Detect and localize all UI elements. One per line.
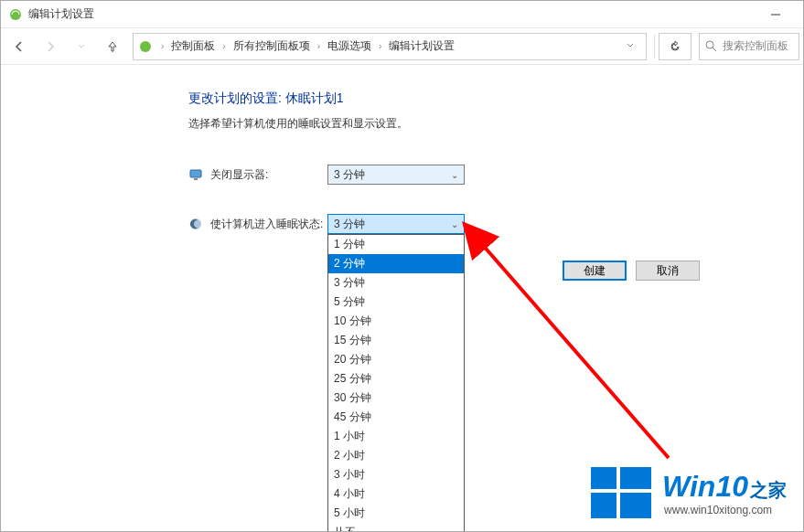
dropdown-option[interactable]: 15 分钟 <box>328 331 464 350</box>
svg-point-3 <box>706 41 713 48</box>
navbar: › 控制面板 › 所有控制面板项 › 电源选项 › 编辑计划设置 搜索控制面板 <box>1 28 803 65</box>
dropdown-option[interactable]: 从不 <box>328 523 464 532</box>
titlebar: 编辑计划设置 <box>1 1 803 28</box>
moon-icon <box>188 217 203 231</box>
dropdown-option[interactable]: 30 分钟 <box>328 388 464 408</box>
recent-dropdown-icon[interactable] <box>67 32 96 61</box>
dropdown-option[interactable]: 5 分钟 <box>328 293 464 312</box>
combo-value: 3 分钟 <box>334 217 365 232</box>
chevron-right-icon: › <box>375 41 385 51</box>
watermark: Win10之家 www.win10xitong.com <box>591 467 787 518</box>
dropdown-option[interactable]: 10 分钟 <box>328 312 464 331</box>
sleep-dropdown: 1 分钟2 分钟3 分钟5 分钟10 分钟15 分钟20 分钟25 分钟30 分… <box>327 234 465 532</box>
forward-button[interactable] <box>36 32 65 61</box>
cancel-button[interactable]: 取消 <box>636 261 700 281</box>
watermark-title: Win10之家 <box>662 470 787 504</box>
breadcrumb-item[interactable]: 所有控制面板项 <box>230 37 314 56</box>
dropdown-option[interactable]: 1 分钟 <box>328 235 464 254</box>
window-controls <box>755 2 796 27</box>
divider <box>654 35 655 59</box>
dropdown-option[interactable]: 3 小时 <box>328 465 464 484</box>
dropdown-option[interactable]: 45 分钟 <box>328 408 464 427</box>
sleep-label: 使计算机进入睡眠状态: <box>210 217 327 232</box>
dropdown-option[interactable]: 4 小时 <box>328 484 464 504</box>
search-input[interactable]: 搜索控制面板 <box>699 33 799 60</box>
content-area: 更改计划的设置: 休眠计划1 选择希望计算机使用的睡眠设置和显示设置。 关闭显示… <box>1 65 803 234</box>
page-title: 更改计划的设置: 休眠计划1 <box>188 90 803 107</box>
search-icon <box>705 40 717 52</box>
dropdown-option[interactable]: 2 分钟 <box>328 254 464 273</box>
dropdown-option[interactable]: 1 小时 <box>328 427 464 446</box>
breadcrumb-item[interactable]: 电源选项 <box>324 37 375 56</box>
dropdown-option[interactable]: 2 小时 <box>328 446 464 465</box>
chevron-down-icon: ⌄ <box>451 219 458 229</box>
annotation-arrow <box>449 211 724 485</box>
svg-line-4 <box>713 48 716 51</box>
windows-logo-icon <box>591 467 651 518</box>
chevron-down-icon: ⌄ <box>451 170 458 180</box>
breadcrumb-item[interactable]: 编辑计划设置 <box>385 37 458 56</box>
search-placeholder: 搜索控制面板 <box>723 38 788 54</box>
create-button[interactable]: 创建 <box>563 261 627 281</box>
chevron-right-icon: › <box>219 41 229 51</box>
display-off-combo[interactable]: 3 分钟 ⌄ <box>327 165 465 185</box>
display-off-row: 关闭显示器: 3 分钟 ⌄ <box>188 165 803 185</box>
window-title: 编辑计划设置 <box>28 6 94 22</box>
dropdown-option[interactable]: 5 小时 <box>328 504 464 523</box>
breadcrumb-item[interactable]: 控制面板 <box>167 37 219 56</box>
up-button[interactable] <box>98 32 127 61</box>
app-icon <box>8 7 23 22</box>
back-button[interactable] <box>5 32 34 61</box>
button-row: 创建 取消 <box>563 261 700 281</box>
dropdown-option[interactable]: 3 分钟 <box>328 273 464 293</box>
page-subtitle: 选择希望计算机使用的睡眠设置和显示设置。 <box>188 116 803 132</box>
dropdown-option[interactable]: 25 分钟 <box>328 369 464 388</box>
control-panel-icon <box>137 38 154 55</box>
sleep-combo[interactable]: 3 分钟 ⌄ 1 分钟2 分钟3 分钟5 分钟10 分钟15 分钟20 分钟25… <box>327 214 465 234</box>
svg-rect-6 <box>194 178 198 180</box>
chevron-right-icon: › <box>314 41 324 51</box>
monitor-icon <box>188 167 203 182</box>
chevron-right-icon: › <box>157 41 167 51</box>
minimize-button[interactable] <box>755 2 796 27</box>
refresh-button[interactable] <box>659 33 691 60</box>
combo-value: 3 分钟 <box>334 167 365 183</box>
watermark-url: www.win10xitong.com <box>664 504 787 516</box>
svg-rect-5 <box>190 170 201 177</box>
breadcrumb[interactable]: › 控制面板 › 所有控制面板项 › 电源选项 › 编辑计划设置 <box>133 33 647 60</box>
sleep-row: 使计算机进入睡眠状态: 3 分钟 ⌄ 1 分钟2 分钟3 分钟5 分钟10 分钟… <box>188 214 803 234</box>
chevron-down-icon[interactable] <box>626 40 642 53</box>
dropdown-option[interactable]: 20 分钟 <box>328 350 464 369</box>
svg-point-2 <box>140 41 151 52</box>
display-off-label: 关闭显示器: <box>210 167 327 183</box>
